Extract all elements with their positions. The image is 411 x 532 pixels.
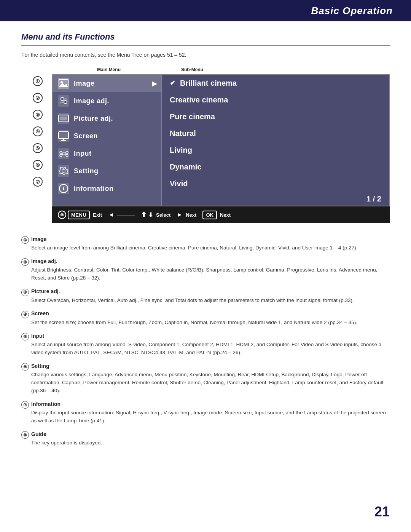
svg-rect-4 bbox=[58, 95, 69, 107]
desc-item-4: ④ Screen Set the screen size; choose fro… bbox=[21, 310, 390, 326]
desc-circle-3: ③ bbox=[21, 289, 29, 296]
desc-text-1: Select an image level from among Brillia… bbox=[31, 244, 390, 252]
num-4: ④ bbox=[33, 126, 43, 136]
desc-item-3: ③ Picture adj. Select Overscan, Horizont… bbox=[21, 288, 390, 304]
svg-text:i: i bbox=[63, 185, 65, 192]
sub-natural-label: Natural bbox=[170, 129, 196, 138]
desc-item-5: ⑤ Input Select an input source from amon… bbox=[21, 332, 390, 357]
desc-item-7: ⑦ Information Display the input source i… bbox=[21, 400, 390, 425]
desc-title-2: Image adj. bbox=[31, 257, 57, 265]
desc-title-3: Picture adj. bbox=[31, 288, 60, 296]
desc-circle-6: ⑥ bbox=[21, 363, 29, 371]
menu-item-input[interactable]: Input bbox=[53, 145, 161, 162]
sub-page-number: 1 / 2 bbox=[162, 192, 389, 206]
information-icon: i bbox=[57, 182, 70, 195]
sub-item-creative[interactable]: Creative cinema bbox=[162, 91, 389, 108]
guide-circle-num: ⑧ bbox=[58, 211, 66, 219]
ctrl-next[interactable]: ► Next bbox=[177, 211, 196, 218]
desc-circle-5: ⑤ bbox=[21, 333, 29, 340]
desc-text-7: Display the input source information: Si… bbox=[31, 409, 390, 425]
num-2: ② bbox=[33, 93, 43, 103]
sub-creative-label: Creative cinema bbox=[170, 96, 228, 104]
menu-labels-row: Main Menu Sub-Menu bbox=[21, 67, 390, 72]
desc-circle-1: ① bbox=[21, 236, 29, 244]
desc-num-label-6: ⑥ Setting bbox=[21, 362, 390, 370]
next-label: Next bbox=[186, 212, 196, 218]
num-5: ⑤ bbox=[33, 143, 43, 153]
sub-living-label: Living bbox=[170, 146, 192, 155]
num-7: ⑦ bbox=[33, 177, 43, 187]
select-arrow-down-icon: ⬇ bbox=[148, 211, 153, 219]
osd-menus: Image ▶ bbox=[52, 74, 390, 206]
desc-circle-4: ④ bbox=[21, 311, 29, 318]
menu-box: MENU bbox=[68, 211, 90, 219]
section-title: Menu and its Functions bbox=[21, 32, 390, 46]
desc-circle-2: ② bbox=[21, 258, 29, 266]
ctrl-menu-exit[interactable]: MENU Exit bbox=[68, 211, 102, 219]
svg-point-7 bbox=[61, 97, 64, 101]
menu-item-image[interactable]: Image ▶ bbox=[53, 75, 161, 92]
desc-item-8: ⑧ Guide The key operation is displayed. bbox=[21, 430, 390, 447]
num-3: ③ bbox=[33, 110, 43, 120]
desc-title-4: Screen bbox=[31, 310, 49, 318]
page-number: 21 bbox=[374, 504, 390, 520]
ctrl-back[interactable]: ◄ ───── bbox=[108, 211, 135, 218]
desc-num-label-2: ② Image adj. bbox=[21, 257, 390, 265]
desc-circle-7: ⑦ bbox=[21, 401, 29, 409]
ctrl-ok-next[interactable]: OK Next bbox=[202, 211, 231, 219]
desc-item-6: ⑥ Setting Change various settings; Langu… bbox=[21, 362, 390, 395]
sub-brilliant-label: Brilliant cinema bbox=[180, 79, 237, 88]
intro-text: For the detailed menu contents, see the … bbox=[21, 52, 390, 58]
desc-title-8: Guide bbox=[31, 430, 46, 438]
menu-item-setting[interactable]: Setting bbox=[53, 162, 161, 180]
check-mark: ✔ bbox=[170, 79, 175, 87]
content-area: Menu and its Functions For the detailed … bbox=[0, 21, 411, 468]
descriptions: ① Image Select an image level from among… bbox=[21, 235, 390, 447]
back-arrow: ◄ bbox=[108, 211, 114, 218]
exit-label: Exit bbox=[93, 212, 102, 218]
main-menu-label: Main Menu bbox=[52, 67, 166, 72]
sub-item-pure[interactable]: Pure cinema bbox=[162, 108, 389, 125]
ctrl-select[interactable]: ⬆ ⬇ Select bbox=[141, 211, 170, 219]
header-title: Basic Operation bbox=[311, 5, 393, 17]
desc-title-1: Image bbox=[31, 235, 46, 243]
sub-item-brilliant[interactable]: ✔ Brilliant cinema bbox=[162, 75, 389, 91]
menu-input-label: Input bbox=[74, 150, 91, 158]
picadj-icon bbox=[57, 112, 70, 125]
desc-text-5: Select an input source from among Video,… bbox=[31, 341, 390, 357]
sub-menu-label: Sub-Menu bbox=[166, 67, 390, 72]
desc-num-label-5: ⑤ Input bbox=[21, 332, 390, 340]
menu-item-imageadj[interactable]: Image adj. bbox=[53, 92, 161, 110]
sub-menu-box: ✔ Brilliant cinema Creative cinema Pure … bbox=[162, 74, 390, 206]
sub-dynamic-label: Dynamic bbox=[170, 163, 201, 171]
menu-image-label: Image bbox=[74, 80, 95, 88]
control-bar: ⑧ MENU Exit ◄ ───── ⬆ ⬇ Select bbox=[52, 206, 390, 223]
sub-pure-label: Pure cinema bbox=[170, 112, 215, 121]
setting-icon bbox=[57, 165, 70, 177]
desc-num-label-8: ⑧ Guide bbox=[21, 430, 390, 438]
menu-screen-label: Screen bbox=[74, 132, 98, 140]
image-icon bbox=[57, 77, 70, 90]
desc-text-8: The key operation is displayed. bbox=[31, 439, 390, 447]
sub-item-dynamic[interactable]: Dynamic bbox=[162, 158, 389, 175]
desc-item-1: ① Image Select an image level from among… bbox=[21, 235, 390, 252]
sub-item-natural[interactable]: Natural bbox=[162, 125, 389, 142]
menu-picadj-label: Picture adj. bbox=[74, 115, 113, 123]
menu-item-screen[interactable]: Screen bbox=[53, 127, 161, 145]
desc-title-6: Setting bbox=[31, 362, 49, 370]
desc-num-label-3: ③ Picture adj. bbox=[21, 288, 390, 296]
menu-item-picadj[interactable]: Picture adj. bbox=[53, 110, 161, 127]
sub-item-living[interactable]: Living bbox=[162, 142, 389, 158]
select-arrow-icon: ⬆ bbox=[141, 211, 147, 219]
desc-num-label-4: ④ Screen bbox=[21, 310, 390, 318]
next-arrow-icon: ► bbox=[177, 211, 183, 218]
menu-item-information[interactable]: i Information bbox=[53, 180, 161, 197]
desc-text-6: Change various settings; Language, Advan… bbox=[31, 371, 390, 395]
sub-item-vivid[interactable]: Vivid bbox=[162, 175, 389, 192]
main-menu-box: Image ▶ bbox=[52, 74, 162, 206]
desc-title-5: Input bbox=[31, 332, 44, 340]
desc-title-7: Information bbox=[31, 400, 61, 408]
select-label: Select bbox=[156, 212, 170, 218]
num-6: ⑥ bbox=[33, 160, 43, 170]
screen-icon bbox=[57, 129, 70, 142]
